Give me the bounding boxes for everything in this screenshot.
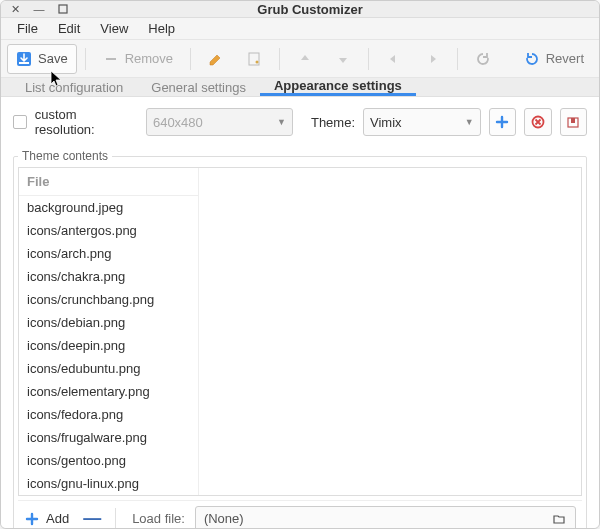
custom-resolution-checkbox[interactable] bbox=[13, 115, 27, 129]
folder-open-icon bbox=[551, 511, 567, 527]
menu-edit[interactable]: Edit bbox=[48, 18, 90, 39]
titlebar: ✕ — Grub Customizer bbox=[1, 1, 599, 18]
arrow-right-icon bbox=[424, 51, 440, 67]
theme-contents-fieldset: Theme contents File background.jpegicons… bbox=[13, 149, 587, 529]
move-up-button[interactable] bbox=[288, 44, 322, 74]
remove-file-button[interactable]: — bbox=[79, 508, 105, 529]
file-item[interactable]: icons/gnu-linux.png bbox=[19, 472, 198, 495]
maximize-button[interactable] bbox=[55, 1, 71, 17]
menu-file[interactable]: File bbox=[7, 18, 48, 39]
file-item[interactable]: icons/gentoo.png bbox=[19, 449, 198, 472]
svg-rect-3 bbox=[106, 58, 116, 60]
theme-add-button[interactable] bbox=[489, 108, 516, 136]
tab-general-settings[interactable]: General settings bbox=[137, 78, 260, 96]
arrow-left-icon bbox=[386, 51, 402, 67]
theme-label: Theme: bbox=[311, 115, 355, 130]
file-item[interactable]: icons/elementary.png bbox=[19, 380, 198, 403]
new-icon bbox=[246, 51, 262, 67]
tab-appearance-settings[interactable]: Appearance settings bbox=[260, 78, 416, 96]
add-file-label: Add bbox=[46, 511, 69, 526]
theme-contents-legend: Theme contents bbox=[18, 149, 112, 163]
close-button[interactable]: ✕ bbox=[7, 1, 23, 17]
load-file-label: Load file: bbox=[132, 511, 185, 526]
load-file-value: (None) bbox=[204, 511, 244, 526]
move-left-button[interactable] bbox=[377, 44, 411, 74]
window-title: Grub Customizer bbox=[79, 2, 541, 17]
theme-contents-toolbar: Add — Load file: (None) bbox=[18, 500, 582, 529]
tab-content: custom resolution: 640x480 ▼ Theme: Vimi… bbox=[1, 97, 599, 529]
file-list[interactable]: File background.jpegicons/antergos.pngic… bbox=[19, 168, 199, 495]
custom-resolution-label: custom resolution: bbox=[35, 107, 138, 137]
tab-list-configuration[interactable]: List configuration bbox=[11, 78, 137, 96]
new-entry-button[interactable] bbox=[237, 44, 271, 74]
archive-icon bbox=[565, 114, 581, 130]
minimize-button[interactable]: — bbox=[31, 1, 47, 17]
menu-view[interactable]: View bbox=[90, 18, 138, 39]
menu-help[interactable]: Help bbox=[138, 18, 185, 39]
file-preview bbox=[199, 168, 581, 495]
file-item[interactable]: icons/arch.png bbox=[19, 242, 198, 265]
plus-icon bbox=[494, 114, 510, 130]
load-file-chooser[interactable]: (None) bbox=[195, 506, 576, 530]
theme-remove-button[interactable] bbox=[524, 108, 551, 136]
plus-icon bbox=[24, 511, 40, 527]
file-item[interactable]: background.jpeg bbox=[19, 196, 198, 219]
reload-icon bbox=[475, 51, 491, 67]
resolution-value: 640x480 bbox=[153, 115, 271, 130]
svg-rect-2 bbox=[19, 62, 29, 64]
file-item[interactable]: icons/frugalware.png bbox=[19, 426, 198, 449]
save-button[interactable]: Save bbox=[7, 44, 77, 74]
file-item[interactable]: icons/fedora.png bbox=[19, 403, 198, 426]
toolbar: Save Remove bbox=[1, 40, 599, 78]
svg-rect-0 bbox=[59, 5, 67, 13]
delete-icon bbox=[530, 114, 546, 130]
remove-label: Remove bbox=[125, 51, 173, 66]
file-item[interactable]: icons/crunchbang.png bbox=[19, 288, 198, 311]
theme-selected: Vimix bbox=[370, 115, 459, 130]
file-item[interactable]: icons/antergos.png bbox=[19, 219, 198, 242]
save-icon bbox=[16, 51, 32, 67]
edit-entry-button[interactable] bbox=[199, 44, 233, 74]
file-list-panel: File background.jpegicons/antergos.pngic… bbox=[18, 167, 582, 496]
revert-icon bbox=[524, 51, 540, 67]
menubar: File Edit View Help bbox=[1, 18, 599, 40]
reload-button[interactable] bbox=[466, 44, 500, 74]
resolution-combo[interactable]: 640x480 ▼ bbox=[146, 108, 293, 136]
move-right-button[interactable] bbox=[415, 44, 449, 74]
theme-archive-button[interactable] bbox=[560, 108, 587, 136]
arrow-up-icon bbox=[297, 51, 313, 67]
pencil-icon bbox=[208, 51, 224, 67]
svg-rect-8 bbox=[571, 118, 575, 123]
minus-icon bbox=[103, 51, 119, 67]
top-controls-row: custom resolution: 640x480 ▼ Theme: Vimi… bbox=[13, 107, 587, 137]
remove-button[interactable]: Remove bbox=[94, 44, 182, 74]
file-item[interactable]: icons/deepin.png bbox=[19, 334, 198, 357]
file-item[interactable]: icons/debian.png bbox=[19, 311, 198, 334]
tab-bar: List configuration General settings Appe… bbox=[1, 78, 599, 97]
chevron-down-icon: ▼ bbox=[277, 117, 286, 127]
theme-combo[interactable]: Vimix ▼ bbox=[363, 108, 481, 136]
chevron-down-icon: ▼ bbox=[465, 117, 474, 127]
move-down-button[interactable] bbox=[326, 44, 360, 74]
svg-point-5 bbox=[256, 60, 259, 63]
revert-button[interactable]: Revert bbox=[515, 44, 593, 74]
arrow-down-icon bbox=[335, 51, 351, 67]
file-item[interactable]: icons/edubuntu.png bbox=[19, 357, 198, 380]
app-window: ✕ — Grub Customizer File Edit View Help … bbox=[0, 0, 600, 529]
file-item[interactable]: icons/chakra.png bbox=[19, 265, 198, 288]
file-list-header: File bbox=[19, 168, 198, 196]
add-file-button[interactable]: Add bbox=[24, 511, 69, 527]
save-label: Save bbox=[38, 51, 68, 66]
revert-label: Revert bbox=[546, 51, 584, 66]
